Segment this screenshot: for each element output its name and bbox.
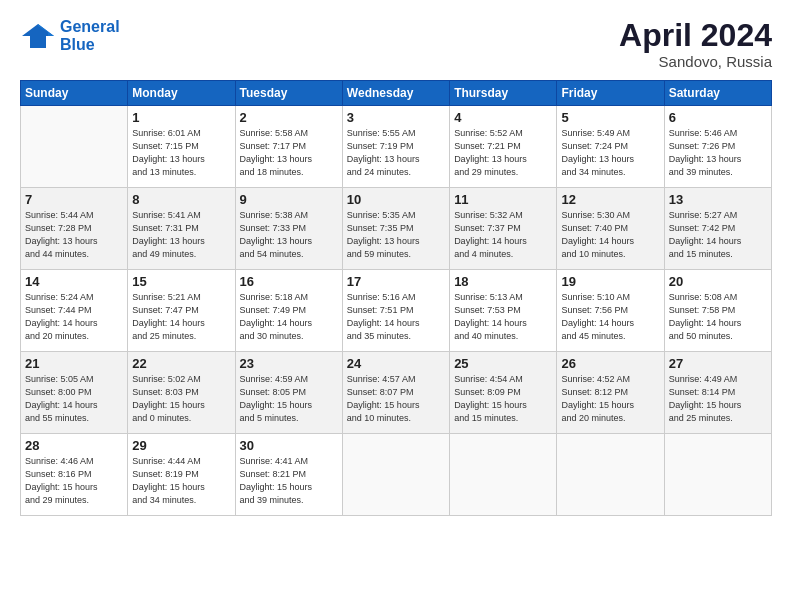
table-row: 24Sunrise: 4:57 AMSunset: 8:07 PMDayligh… <box>342 352 449 434</box>
logo-icon <box>20 22 56 50</box>
day-info: Sunrise: 4:44 AMSunset: 8:19 PMDaylight:… <box>132 455 230 507</box>
table-row: 17Sunrise: 5:16 AMSunset: 7:51 PMDayligh… <box>342 270 449 352</box>
table-row: 11Sunrise: 5:32 AMSunset: 7:37 PMDayligh… <box>450 188 557 270</box>
day-number: 3 <box>347 110 445 125</box>
calendar-week-row: 1Sunrise: 6:01 AMSunset: 7:15 PMDaylight… <box>21 106 772 188</box>
table-row: 21Sunrise: 5:05 AMSunset: 8:00 PMDayligh… <box>21 352 128 434</box>
day-info: Sunrise: 5:46 AMSunset: 7:26 PMDaylight:… <box>669 127 767 179</box>
table-row: 7Sunrise: 5:44 AMSunset: 7:28 PMDaylight… <box>21 188 128 270</box>
day-info: Sunrise: 4:49 AMSunset: 8:14 PMDaylight:… <box>669 373 767 425</box>
day-info: Sunrise: 5:58 AMSunset: 7:17 PMDaylight:… <box>240 127 338 179</box>
title-block: April 2024 Sandovo, Russia <box>619 18 772 70</box>
day-number: 21 <box>25 356 123 371</box>
day-number: 10 <box>347 192 445 207</box>
table-row: 20Sunrise: 5:08 AMSunset: 7:58 PMDayligh… <box>664 270 771 352</box>
table-row: 13Sunrise: 5:27 AMSunset: 7:42 PMDayligh… <box>664 188 771 270</box>
calendar-table: Sunday Monday Tuesday Wednesday Thursday… <box>20 80 772 516</box>
table-row: 27Sunrise: 4:49 AMSunset: 8:14 PMDayligh… <box>664 352 771 434</box>
table-row: 15Sunrise: 5:21 AMSunset: 7:47 PMDayligh… <box>128 270 235 352</box>
day-info: Sunrise: 5:13 AMSunset: 7:53 PMDaylight:… <box>454 291 552 343</box>
logo: General Blue <box>20 18 120 55</box>
calendar-week-row: 14Sunrise: 5:24 AMSunset: 7:44 PMDayligh… <box>21 270 772 352</box>
day-number: 5 <box>561 110 659 125</box>
calendar-page: General Blue April 2024 Sandovo, Russia … <box>0 0 792 612</box>
day-info: Sunrise: 5:24 AMSunset: 7:44 PMDaylight:… <box>25 291 123 343</box>
table-row: 1Sunrise: 6:01 AMSunset: 7:15 PMDaylight… <box>128 106 235 188</box>
table-row: 29Sunrise: 4:44 AMSunset: 8:19 PMDayligh… <box>128 434 235 516</box>
day-info: Sunrise: 5:49 AMSunset: 7:24 PMDaylight:… <box>561 127 659 179</box>
header-monday: Monday <box>128 81 235 106</box>
day-info: Sunrise: 4:41 AMSunset: 8:21 PMDaylight:… <box>240 455 338 507</box>
calendar-week-row: 28Sunrise: 4:46 AMSunset: 8:16 PMDayligh… <box>21 434 772 516</box>
day-info: Sunrise: 6:01 AMSunset: 7:15 PMDaylight:… <box>132 127 230 179</box>
day-info: Sunrise: 5:18 AMSunset: 7:49 PMDaylight:… <box>240 291 338 343</box>
table-row: 30Sunrise: 4:41 AMSunset: 8:21 PMDayligh… <box>235 434 342 516</box>
day-info: Sunrise: 4:54 AMSunset: 8:09 PMDaylight:… <box>454 373 552 425</box>
day-info: Sunrise: 5:27 AMSunset: 7:42 PMDaylight:… <box>669 209 767 261</box>
header-sunday: Sunday <box>21 81 128 106</box>
day-number: 15 <box>132 274 230 289</box>
table-row: 18Sunrise: 5:13 AMSunset: 7:53 PMDayligh… <box>450 270 557 352</box>
day-number: 16 <box>240 274 338 289</box>
day-number: 24 <box>347 356 445 371</box>
table-row: 3Sunrise: 5:55 AMSunset: 7:19 PMDaylight… <box>342 106 449 188</box>
table-row: 5Sunrise: 5:49 AMSunset: 7:24 PMDaylight… <box>557 106 664 188</box>
day-info: Sunrise: 5:16 AMSunset: 7:51 PMDaylight:… <box>347 291 445 343</box>
day-number: 6 <box>669 110 767 125</box>
day-number: 4 <box>454 110 552 125</box>
table-row: 8Sunrise: 5:41 AMSunset: 7:31 PMDaylight… <box>128 188 235 270</box>
header: General Blue April 2024 Sandovo, Russia <box>20 18 772 70</box>
calendar-week-row: 7Sunrise: 5:44 AMSunset: 7:28 PMDaylight… <box>21 188 772 270</box>
day-number: 20 <box>669 274 767 289</box>
table-row: 14Sunrise: 5:24 AMSunset: 7:44 PMDayligh… <box>21 270 128 352</box>
day-number: 14 <box>25 274 123 289</box>
day-number: 2 <box>240 110 338 125</box>
day-info: Sunrise: 5:10 AMSunset: 7:56 PMDaylight:… <box>561 291 659 343</box>
table-row: 9Sunrise: 5:38 AMSunset: 7:33 PMDaylight… <box>235 188 342 270</box>
table-row <box>21 106 128 188</box>
calendar-week-row: 21Sunrise: 5:05 AMSunset: 8:00 PMDayligh… <box>21 352 772 434</box>
days-header-row: Sunday Monday Tuesday Wednesday Thursday… <box>21 81 772 106</box>
day-number: 12 <box>561 192 659 207</box>
day-info: Sunrise: 5:05 AMSunset: 8:00 PMDaylight:… <box>25 373 123 425</box>
day-number: 27 <box>669 356 767 371</box>
day-number: 13 <box>669 192 767 207</box>
day-info: Sunrise: 5:38 AMSunset: 7:33 PMDaylight:… <box>240 209 338 261</box>
table-row <box>557 434 664 516</box>
day-number: 29 <box>132 438 230 453</box>
day-info: Sunrise: 5:52 AMSunset: 7:21 PMDaylight:… <box>454 127 552 179</box>
table-row <box>664 434 771 516</box>
day-number: 25 <box>454 356 552 371</box>
day-info: Sunrise: 5:35 AMSunset: 7:35 PMDaylight:… <box>347 209 445 261</box>
day-info: Sunrise: 5:30 AMSunset: 7:40 PMDaylight:… <box>561 209 659 261</box>
day-number: 18 <box>454 274 552 289</box>
header-friday: Friday <box>557 81 664 106</box>
day-number: 26 <box>561 356 659 371</box>
logo-text: General Blue <box>60 18 120 55</box>
day-number: 11 <box>454 192 552 207</box>
day-info: Sunrise: 4:46 AMSunset: 8:16 PMDaylight:… <box>25 455 123 507</box>
day-info: Sunrise: 5:55 AMSunset: 7:19 PMDaylight:… <box>347 127 445 179</box>
day-info: Sunrise: 5:02 AMSunset: 8:03 PMDaylight:… <box>132 373 230 425</box>
table-row: 4Sunrise: 5:52 AMSunset: 7:21 PMDaylight… <box>450 106 557 188</box>
table-row: 6Sunrise: 5:46 AMSunset: 7:26 PMDaylight… <box>664 106 771 188</box>
table-row: 26Sunrise: 4:52 AMSunset: 8:12 PMDayligh… <box>557 352 664 434</box>
table-row: 12Sunrise: 5:30 AMSunset: 7:40 PMDayligh… <box>557 188 664 270</box>
day-number: 1 <box>132 110 230 125</box>
header-thursday: Thursday <box>450 81 557 106</box>
header-tuesday: Tuesday <box>235 81 342 106</box>
header-wednesday: Wednesday <box>342 81 449 106</box>
day-number: 30 <box>240 438 338 453</box>
table-row: 28Sunrise: 4:46 AMSunset: 8:16 PMDayligh… <box>21 434 128 516</box>
day-info: Sunrise: 5:44 AMSunset: 7:28 PMDaylight:… <box>25 209 123 261</box>
location: Sandovo, Russia <box>619 53 772 70</box>
month-title: April 2024 <box>619 18 772 53</box>
table-row <box>342 434 449 516</box>
day-info: Sunrise: 5:41 AMSunset: 7:31 PMDaylight:… <box>132 209 230 261</box>
day-number: 28 <box>25 438 123 453</box>
day-number: 9 <box>240 192 338 207</box>
table-row: 23Sunrise: 4:59 AMSunset: 8:05 PMDayligh… <box>235 352 342 434</box>
day-info: Sunrise: 5:21 AMSunset: 7:47 PMDaylight:… <box>132 291 230 343</box>
day-number: 7 <box>25 192 123 207</box>
day-info: Sunrise: 5:32 AMSunset: 7:37 PMDaylight:… <box>454 209 552 261</box>
